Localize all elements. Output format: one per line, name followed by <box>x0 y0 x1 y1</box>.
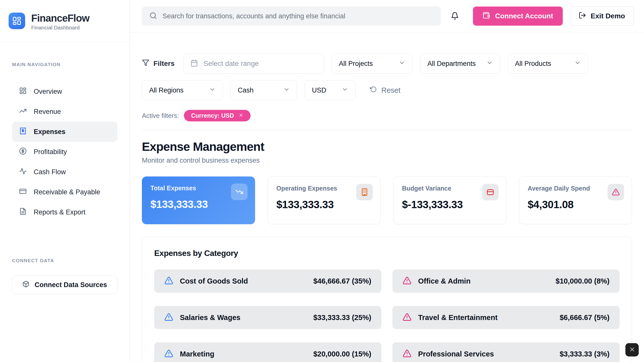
chevron-down-icon <box>336 86 348 95</box>
departments-select[interactable]: All Departments <box>420 54 500 74</box>
file-text-icon <box>19 208 27 217</box>
sidebar-item-label: Cash Flow <box>34 168 66 176</box>
wallet-icon <box>482 12 490 21</box>
projects-select[interactable]: All Projects <box>332 54 413 74</box>
category-row-office-admin[interactable]: Office & Admin $10,000.00 (8%) <box>392 269 620 293</box>
projects-select-value: All Projects <box>339 60 373 68</box>
filter-funnel-icon <box>142 59 149 68</box>
credit-card-icon <box>482 184 499 200</box>
notifications-button[interactable] <box>447 8 463 24</box>
main-area: Connect Account Exit Demo Filters All <box>130 0 644 362</box>
brand: FinanceFlow Financial Dashboard <box>0 0 130 42</box>
app-root: FinanceFlow Financial Dashboard MAIN NAV… <box>0 0 644 362</box>
category-value: $33,333.33 (25%) <box>313 313 371 322</box>
accounting-basis-select[interactable]: Cash <box>230 80 297 100</box>
main-navigation: MAIN NAVIGATION Overview Revenue Expense… <box>0 42 130 294</box>
brand-logo-icon <box>9 13 25 29</box>
layout-dashboard-icon <box>19 87 27 96</box>
sidebar-item-overview[interactable]: Overview <box>12 81 117 102</box>
alert-triangle-icon <box>164 312 173 323</box>
rotate-ccw-icon <box>370 86 377 95</box>
category-row-professional-services[interactable]: Professional Services $3,333.33 (3%) <box>392 342 620 362</box>
filters-row-1: Filters All Projects All Departments All… <box>142 54 632 74</box>
regions-select-value: All Regions <box>149 86 184 94</box>
alert-triangle-icon <box>164 349 173 359</box>
content: Filters All Projects All Departments All… <box>130 32 644 362</box>
active-filter-chip-currency[interactable]: Currency: USD <box>184 110 251 121</box>
app-title: FinanceFlow <box>31 13 89 24</box>
search-input[interactable] <box>163 12 433 20</box>
sidebar-item-expenses[interactable]: Expenses <box>12 122 117 142</box>
package-icon <box>22 281 29 289</box>
circle-dollar-icon <box>19 147 27 157</box>
date-range-input[interactable] <box>204 60 317 68</box>
close-icon[interactable] <box>238 112 244 119</box>
sidebar-item-cash-flow[interactable]: Cash Flow <box>12 162 117 182</box>
trending-down-icon <box>231 184 248 200</box>
sidebar-item-revenue[interactable]: Revenue <box>12 102 117 122</box>
sidebar-item-label: Profitability <box>34 148 67 156</box>
reset-filters-button[interactable]: Reset <box>370 86 400 95</box>
category-value: $3,333.33 (3%) <box>560 350 610 358</box>
sidebar-item-label: Revenue <box>34 108 61 116</box>
filters-label: Filters <box>153 60 175 68</box>
exit-demo-label: Exit Demo <box>591 12 625 20</box>
departments-select-value: All Departments <box>427 60 476 68</box>
category-value: $10,000.00 (8%) <box>556 277 610 285</box>
alert-triangle-icon <box>164 276 173 286</box>
stat-card-average-daily-spend[interactable]: Average Daily Spend $4,301.08 <box>519 176 632 224</box>
expenses-by-category-card: Expenses by Category Cost of Goods Sold … <box>142 237 632 362</box>
category-value: $20,000.00 (15%) <box>313 350 371 358</box>
alert-triangle-icon <box>403 312 412 323</box>
stat-card-budget-variance[interactable]: Budget Variance $-133,333.33 <box>393 176 506 224</box>
connect-data-sources-button[interactable]: Connect Data Sources <box>12 276 117 294</box>
sidebar-item-label: Expenses <box>34 128 65 136</box>
stat-value: $133,333.33 <box>276 199 372 211</box>
sidebar-item-label: Receivable & Payable <box>34 188 100 196</box>
close-overlay-button[interactable] <box>625 343 639 356</box>
category-name: Salaries & Wages <box>180 313 240 322</box>
alert-triangle-icon <box>608 184 624 200</box>
category-list: Cost of Goods Sold $46,666.67 (35%) Offi… <box>154 269 620 362</box>
page-title: Expense Management <box>142 140 632 154</box>
active-filter-chip-label: Currency: USD <box>191 112 234 119</box>
search-icon <box>149 12 157 20</box>
category-row-marketing[interactable]: Marketing $20,000.00 (15%) <box>154 342 381 362</box>
sidebar-item-reports-export[interactable]: Reports & Export <box>12 202 117 222</box>
products-select[interactable]: All Products <box>508 54 588 74</box>
building-icon <box>356 184 373 200</box>
connect-account-button[interactable]: Connect Account <box>473 7 563 26</box>
nav-section-label: MAIN NAVIGATION <box>12 62 117 67</box>
connect-account-label: Connect Account <box>495 12 553 20</box>
date-range-picker[interactable] <box>183 54 324 74</box>
exit-demo-button[interactable]: Exit Demo <box>570 7 634 26</box>
category-name: Cost of Goods Sold <box>180 277 248 285</box>
currency-select[interactable]: USD <box>305 80 355 100</box>
category-value: $6,666.67 (5%) <box>560 313 610 322</box>
topbar: Connect Account Exit Demo <box>130 0 644 32</box>
active-filters-row: Active filters: Currency: USD <box>142 110 632 121</box>
category-row-salaries-wages[interactable]: Salaries & Wages $33,333.33 (25%) <box>154 306 381 329</box>
stat-card-operating-expenses[interactable]: Operating Expenses $133,333.33 <box>268 176 381 224</box>
sidebar: FinanceFlow Financial Dashboard MAIN NAV… <box>0 0 130 362</box>
category-value: $46,666.67 (35%) <box>313 277 371 285</box>
chevron-down-icon <box>480 60 493 68</box>
chevron-down-icon <box>277 86 290 95</box>
stat-value: $133,333.33 <box>150 198 247 210</box>
brand-text: FinanceFlow Financial Dashboard <box>31 13 89 31</box>
sidebar-item-receivable-payable[interactable]: Receivable & Payable <box>12 182 117 202</box>
stat-card-total-expenses[interactable]: Total Expenses $133,333.33 <box>142 176 255 224</box>
currency-select-value: USD <box>312 86 326 94</box>
category-row-travel-entertainment[interactable]: Travel & Entertainment $6,666.67 (5%) <box>392 306 620 329</box>
sidebar-item-label: Reports & Export <box>34 208 86 216</box>
category-row-cost-of-goods-sold[interactable]: Cost of Goods Sold $46,666.67 (35%) <box>154 269 381 293</box>
global-search[interactable] <box>142 7 441 26</box>
connect-data-section-label: CONNECT DATA <box>12 258 117 263</box>
trending-up-icon <box>19 107 27 116</box>
regions-select[interactable]: All Regions <box>142 80 223 100</box>
products-select-value: All Products <box>515 60 551 68</box>
category-name: Marketing <box>180 350 214 358</box>
stat-cards: Total Expenses $133,333.33 Operating Exp… <box>142 176 632 224</box>
activity-icon <box>19 167 27 177</box>
sidebar-item-profitability[interactable]: Profitability <box>12 142 117 162</box>
